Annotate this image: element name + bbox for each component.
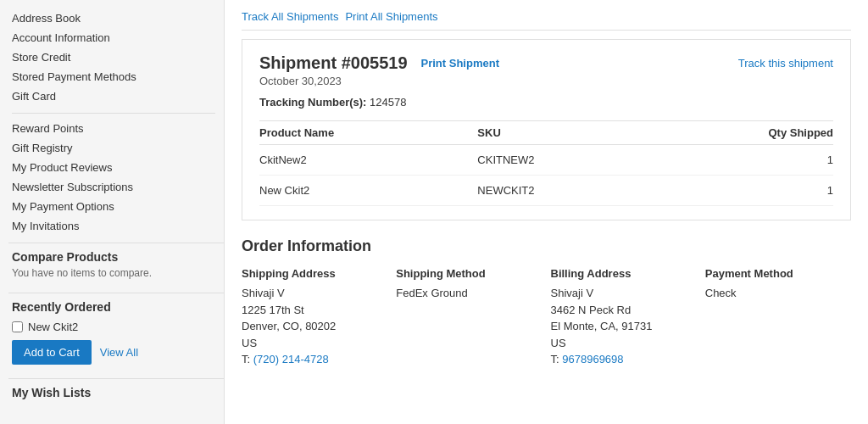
shipping-street: 1225 17th St [242, 302, 387, 319]
shipping-address-content: Shivaji V 1225 17th St Denver, CO, 80202… [242, 285, 387, 368]
top-links: Track All Shipments Print All Shipments [242, 0, 851, 31]
sidebar-item-my-invitations[interactable]: My Invitations [8, 216, 224, 236]
sidebar-group2: Reward Points Gift Registry My Product R… [8, 119, 224, 236]
col-sku: SKU [477, 121, 643, 145]
billing-city-state: El Monte, CA, 91731 [551, 318, 697, 335]
billing-address-label: Billing Address [551, 267, 697, 280]
shipment-date: October 30,2023 [259, 75, 833, 87]
products-table-head: Product Name SKU Qty Shipped [259, 121, 833, 145]
product-name-cell: New Ckit2 [259, 176, 477, 206]
billing-address-content: Shivaji V 3462 N Peck Rd El Monte, CA, 9… [551, 285, 697, 368]
shipping-address-col: Shipping Address Shivaji V 1225 17th St … [242, 267, 387, 368]
wish-lists-title: My Wish Lists [12, 386, 215, 399]
tracking-label: Tracking Number(s): [259, 96, 366, 109]
recently-item-label: New Ckit2 [28, 321, 78, 333]
order-info-section: Order Information Shipping Address Shiva… [242, 237, 851, 368]
sidebar-item-store-credit[interactable]: Store Credit [8, 47, 224, 67]
product-sku-cell: CKITNEW2 [477, 145, 643, 176]
order-info-grid: Shipping Address Shivaji V 1225 17th St … [242, 267, 851, 368]
recently-item-row: New Ckit2 [12, 321, 215, 333]
table-row: New Ckit2 NEWCKIT2 1 [259, 176, 833, 206]
btn-row: Add to Cart View All [12, 340, 215, 365]
billing-address-col: Billing Address Shivaji V 3462 N Peck Rd… [551, 267, 697, 368]
shipping-method-value: FedEx Ground [396, 285, 542, 302]
products-table: Product Name SKU Qty Shipped CkitNew2 CK… [259, 120, 833, 206]
product-name-cell: CkitNew2 [259, 145, 477, 176]
shipment-title-group: Shipment #005519 Print Shipment [259, 53, 499, 73]
product-sku-cell: NEWCKIT2 [477, 176, 643, 206]
shipping-method-label: Shipping Method [396, 267, 542, 280]
sidebar-divider [12, 113, 215, 114]
order-info-title: Order Information [242, 237, 851, 255]
billing-name: Shivaji V [551, 285, 697, 302]
product-qty-cell: 1 [643, 176, 833, 206]
track-all-link[interactable]: Track All Shipments [242, 10, 338, 23]
shipment-title: Shipment #005519 [259, 53, 408, 73]
compare-products-section: Compare Products You have no items to co… [8, 243, 224, 286]
sidebar-item-my-product-reviews[interactable]: My Product Reviews [8, 158, 224, 177]
shipping-phone-label: T: [242, 353, 250, 365]
billing-country: US [551, 335, 697, 352]
compare-title: Compare Products [12, 250, 215, 264]
shipping-name: Shivaji V [242, 285, 387, 302]
billing-phone-row: T: 9678969698 [551, 351, 697, 368]
recently-ordered-section: Recently Ordered New Ckit2 Add to Cart V… [8, 293, 224, 371]
shipping-phone-row: T: (720) 214-4728 [242, 351, 387, 368]
main-content: Track All Shipments Print All Shipments … [225, 0, 868, 424]
my-wish-lists-section: My Wish Lists [8, 378, 224, 406]
sidebar-item-gift-registry[interactable]: Gift Registry [8, 138, 224, 158]
table-header-row: Product Name SKU Qty Shipped [259, 121, 833, 145]
shipping-country: US [242, 335, 387, 352]
shipment-block: Shipment #005519 Print Shipment Track th… [242, 39, 851, 220]
billing-phone-label: T: [551, 353, 559, 365]
shipping-city-state: Denver, CO, 80202 [242, 318, 387, 335]
col-qty-shipped: Qty Shipped [643, 121, 833, 145]
recently-ordered-title: Recently Ordered [12, 300, 215, 314]
track-shipment-link[interactable]: Track this shipment [738, 57, 833, 70]
recently-item-checkbox[interactable] [12, 321, 23, 332]
tracking-number-value: 124578 [370, 96, 406, 109]
tracking-row: Tracking Number(s): 124578 [259, 96, 833, 109]
sidebar-item-reward-points[interactable]: Reward Points [8, 119, 224, 138]
sidebar-item-gift-card[interactable]: Gift Card [8, 86, 224, 106]
payment-method-label: Payment Method [705, 267, 851, 280]
sidebar-item-address-book[interactable]: Address Book [8, 8, 224, 28]
billing-phone-link[interactable]: 9678969698 [562, 353, 623, 365]
shipping-phone-link[interactable]: (720) 214-4728 [253, 353, 329, 365]
products-table-body: CkitNew2 CKITNEW2 1 New Ckit2 NEWCKIT2 1 [259, 145, 833, 206]
col-product-name: Product Name [259, 121, 477, 145]
compare-text: You have no items to compare. [12, 267, 215, 279]
shipment-header: Shipment #005519 Print Shipment Track th… [259, 53, 833, 73]
sidebar-item-stored-payment-methods[interactable]: Stored Payment Methods [8, 67, 224, 86]
table-row: CkitNew2 CKITNEW2 1 [259, 145, 833, 176]
product-qty-cell: 1 [643, 145, 833, 176]
shipping-method-col: Shipping Method FedEx Ground [396, 267, 542, 368]
sidebar-item-newsletter-subscriptions[interactable]: Newsletter Subscriptions [8, 177, 224, 197]
sidebar-item-my-payment-options[interactable]: My Payment Options [8, 197, 224, 216]
payment-method-col: Payment Method Check [705, 267, 851, 368]
add-to-cart-button[interactable]: Add to Cart [12, 340, 92, 365]
sidebar-group1: Address Book Account Information Store C… [8, 8, 224, 106]
print-shipment-link[interactable]: Print Shipment [421, 57, 499, 70]
payment-method-value: Check [705, 285, 851, 302]
sidebar-item-account-information[interactable]: Account Information [8, 28, 224, 47]
shipping-address-label: Shipping Address [242, 267, 387, 280]
view-all-link[interactable]: View All [100, 346, 138, 359]
sidebar: Address Book Account Information Store C… [0, 0, 225, 424]
billing-street: 3462 N Peck Rd [551, 302, 697, 319]
print-all-link[interactable]: Print All Shipments [345, 10, 437, 23]
